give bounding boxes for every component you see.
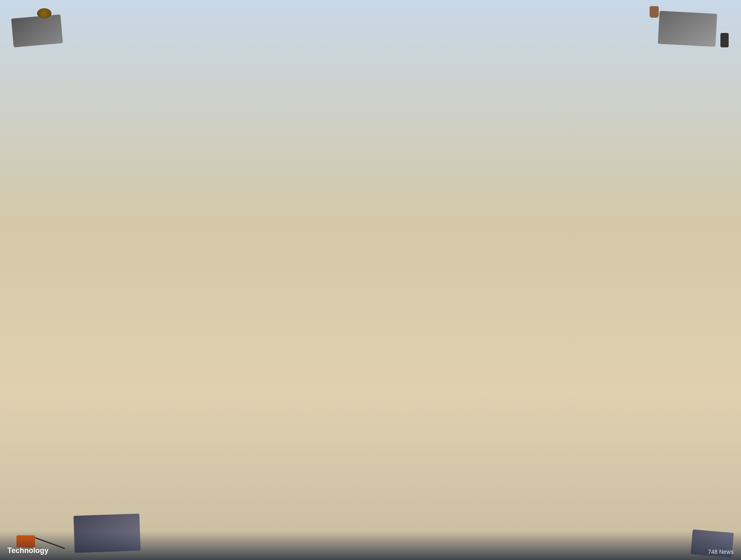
image-card-small: Technology 748 News	[440, 78, 580, 156]
desk-bg-sm	[440, 78, 580, 156]
top-row: Technology 748 News Technology 748 News	[82, 74, 659, 161]
image-area-small: Technology 748 News	[440, 78, 580, 156]
